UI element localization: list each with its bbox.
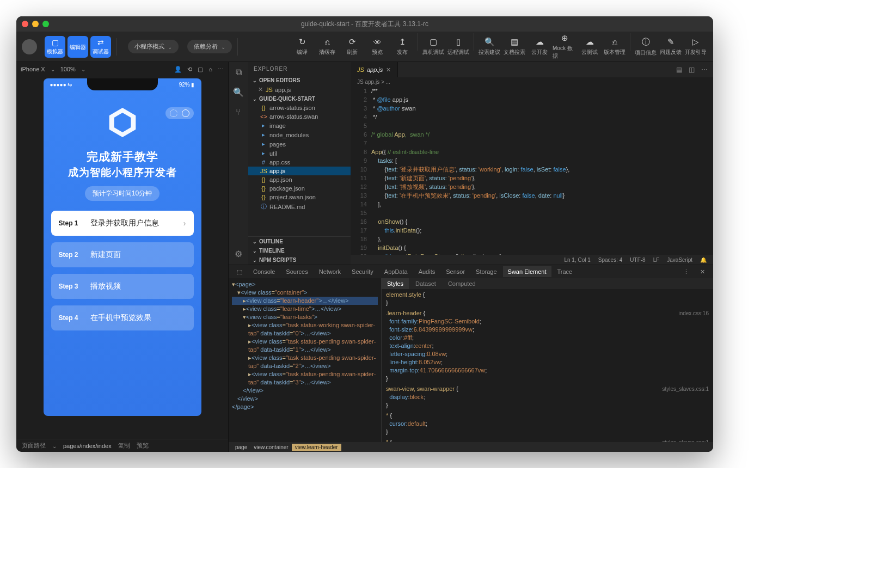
compare-icon[interactable]: ▤ [676, 66, 682, 74]
open-editor-item[interactable]: ✕ JS app.js [248, 85, 351, 94]
devtools-tab[interactable]: AppData [379, 266, 413, 277]
file-item[interactable]: ▸pages [248, 139, 351, 149]
project-section[interactable]: GUIDE-QUICK-START [248, 94, 351, 103]
editor-tab[interactable]: JS app.js ✕ [351, 62, 398, 77]
file-item[interactable]: ▸node_modules [248, 130, 351, 139]
file-item[interactable]: {}project.swan.json [248, 193, 351, 201]
close-icon[interactable]: ✕ [695, 266, 710, 278]
page-path[interactable]: pages/index/index [63, 443, 112, 449]
simulator-panel: iPhone X 100% 👤 ⟲ ▢ ⌂ ⋯ ●●●●● ⇆16:5792% … [16, 62, 229, 452]
home-icon[interactable]: ⌂ [208, 66, 212, 72]
devtools-tab[interactable]: Storage [471, 266, 502, 277]
window-title: guide-quick-start - 百度开发者工具 3.13.1-rc [16, 20, 713, 29]
copy-button[interactable]: 复制 [118, 442, 130, 450]
toolbar-item[interactable]: ☁云开发 [527, 33, 551, 60]
inspect-icon[interactable]: ⬚ [232, 266, 247, 278]
file-item[interactable]: <>arrow-status.swan [248, 112, 351, 121]
toolbar-item[interactable]: ⎌版本管理 [603, 33, 627, 60]
step-item[interactable]: Step 2新建页面 [51, 242, 194, 267]
toolbar-item[interactable]: ↻编译 [290, 33, 314, 60]
device-select[interactable]: iPhone X [21, 66, 45, 72]
page-path-bar: 页面路径 pages/index/index 复制 预览 [16, 439, 228, 452]
search-icon[interactable]: 🔍 [233, 87, 244, 97]
minimize-icon[interactable] [32, 21, 39, 27]
devtools-tab[interactable]: Network [314, 266, 346, 277]
file-item[interactable]: ⓘREADME.md [248, 201, 351, 212]
more-icon[interactable]: ⋯ [218, 66, 224, 73]
toolbar-item[interactable]: ↥发布 [390, 33, 414, 60]
dep-select[interactable]: 依赖分析 [187, 40, 232, 53]
devtools-tab[interactable]: Security [347, 266, 378, 277]
open-editors-section[interactable]: OPEN EDITORS [248, 76, 351, 85]
breadcrumb[interactable]: JS app.js > ... [351, 77, 713, 87]
status-bar: Ln 1, Col 1 Spaces: 4 UTF-8 LF JavaScrip… [351, 255, 713, 265]
file-item[interactable]: JSapp.js [248, 167, 351, 175]
devtools-tab[interactable]: Sensor [441, 266, 470, 277]
file-item[interactable]: {}arrow-status.json [248, 103, 351, 112]
explorer: EXPLORER OPEN EDITORS ✕ JS app.js GUIDE-… [248, 62, 351, 265]
styles-panel[interactable]: element.style {}index.css:16.learn-heade… [382, 289, 713, 442]
toolbar-item[interactable]: ⓘ项目信息 [634, 33, 658, 60]
style-tab[interactable]: Styles [382, 278, 409, 289]
file-item[interactable]: {}package.json [248, 184, 351, 193]
toolbar-item[interactable]: ▤文档搜索 [502, 33, 526, 60]
avatar[interactable] [22, 39, 37, 54]
main-toolbar: ▢模拟器编辑器⇄调试器 小程序模式 依赖分析 ↻编译⎌清缓存⟳刷新👁预览↥发布▢… [16, 32, 713, 62]
toolbar-item[interactable]: ✎问题反馈 [659, 33, 683, 60]
file-item[interactable]: ▸image [248, 121, 351, 130]
file-item[interactable]: {}app.json [248, 175, 351, 184]
close-icon[interactable] [22, 21, 28, 27]
dom-crumbs[interactable]: pageview.containerview.learn-header [229, 442, 713, 452]
toolbar-item[interactable]: ☁云测试 [578, 33, 602, 60]
mode-pill[interactable]: 编辑器 [68, 36, 88, 58]
file-item[interactable]: #app.css [248, 158, 351, 167]
mode-pill[interactable]: ⇄调试器 [90, 36, 111, 58]
app-logo-icon [105, 105, 140, 140]
split-icon[interactable]: ◫ [689, 66, 695, 74]
more-icon[interactable]: ⋮ [678, 266, 694, 278]
devtools-tab[interactable]: Sources [281, 266, 312, 277]
devtools-tab[interactable]: Console [248, 266, 280, 277]
toolbar-item[interactable]: ⊕Mock 数据 [553, 33, 576, 60]
style-tab[interactable]: Computed [443, 278, 481, 289]
close-tab-icon[interactable]: ✕ [386, 66, 391, 74]
toolbar-item[interactable]: ▯远程调试 [446, 33, 470, 60]
toolbar-item[interactable]: 👁预览 [365, 33, 389, 60]
mode-pill[interactable]: ▢模拟器 [45, 36, 65, 58]
devtools: ⬚ConsoleSourcesNetworkSecurityAppDataAud… [229, 265, 713, 452]
more-icon[interactable]: ⋯ [701, 66, 708, 74]
bell-icon[interactable]: 🔔 [700, 257, 707, 263]
step-item[interactable]: Step 1登录并获取用户信息› [51, 211, 194, 236]
toolbar-item[interactable]: ▢真机调试 [421, 33, 445, 60]
capture-icon[interactable]: ▢ [198, 66, 203, 73]
dom-tree[interactable]: ▾<page>▾<view class="container">▸<view c… [229, 278, 381, 442]
mode-select[interactable]: 小程序模式 [128, 40, 179, 53]
body: iPhone X 100% 👤 ⟲ ▢ ⌂ ⋯ ●●●●● ⇆16:5792% … [16, 62, 713, 452]
capsule-button[interactable] [165, 107, 194, 119]
toolbar-item[interactable]: ⟳刷新 [340, 33, 364, 60]
simulator-header: iPhone X 100% 👤 ⟲ ▢ ⌂ ⋯ [16, 62, 228, 76]
step-item[interactable]: Step 3播放视频 [51, 274, 194, 299]
devtools-tab[interactable]: Trace [553, 266, 578, 277]
files-icon[interactable]: ⧉ [236, 68, 242, 77]
toolbar-item[interactable]: ▷开发引导 [684, 33, 708, 60]
step-item[interactable]: Step 4在手机中预览效果 [51, 305, 194, 330]
rotate-icon[interactable]: ⟲ [187, 66, 192, 73]
heading-1: 完成新手教学 [44, 149, 201, 164]
notch [87, 78, 158, 90]
gear-icon[interactable]: ⚙ [235, 249, 242, 259]
zoom-select[interactable]: 100% [60, 66, 76, 72]
right-panel: ⧉ 🔍 ⑂ ⚙ EXPLORER OPEN EDITORS ✕ JS app.j… [229, 62, 713, 452]
user-icon[interactable]: 👤 [174, 66, 182, 73]
code-area[interactable]: 12345678910111213141516171819202122 /** … [351, 87, 713, 255]
toolbar-item[interactable]: 🔍搜索建议 [477, 33, 501, 60]
toolbar-item[interactable]: ⎌清缓存 [315, 33, 339, 60]
branch-icon[interactable]: ⑂ [236, 107, 241, 117]
file-item[interactable]: ▸util [248, 149, 351, 158]
time-chip: 预计学习时间10分钟 [85, 186, 160, 201]
maximize-icon[interactable] [42, 21, 49, 27]
preview-button[interactable]: 预览 [137, 442, 149, 450]
devtools-tab[interactable]: Audits [414, 266, 440, 277]
style-tab[interactable]: Dataset [410, 278, 441, 289]
devtools-tab[interactable]: Swan Element [503, 266, 551, 277]
